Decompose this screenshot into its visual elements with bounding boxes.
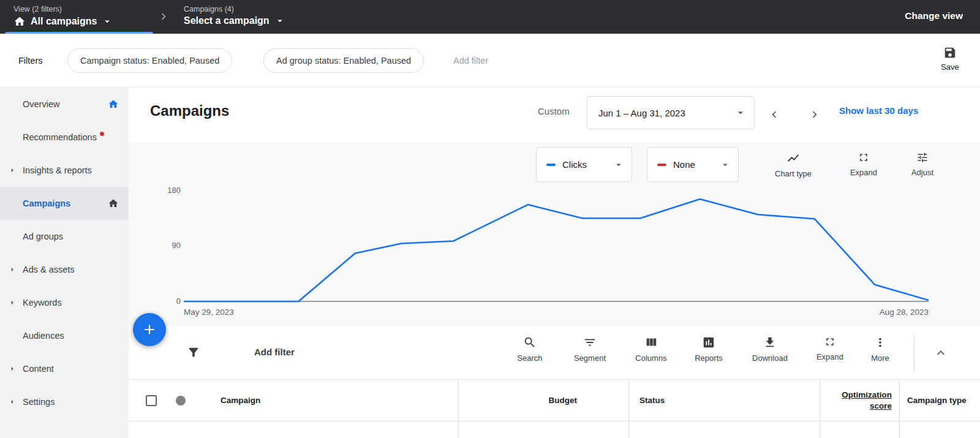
columns-icon [644,336,658,349]
more-button[interactable]: More [857,336,903,363]
column-label-budget: Budget [549,396,578,405]
download-label: Download [752,353,788,363]
column-header-status[interactable]: Status [628,380,820,421]
filter-funnel-icon[interactable] [187,345,200,359]
campaign-status-filter-chip[interactable]: Campaign status: Enabled, Paused [67,48,232,73]
sidebar-item-content[interactable]: Content [0,352,129,385]
chevron-right-icon [808,108,821,121]
x-axis-start-label: May 29, 2023 [184,308,234,317]
chevron-up-icon [933,345,948,360]
select-all-checkbox[interactable] [146,395,157,406]
segment-button[interactable]: Segment [567,336,613,363]
column-label-status: Status [639,396,665,405]
table-expand-button[interactable]: Expand [807,336,853,361]
table-header-row: Campaign Budget Status Optimization scor… [129,380,980,421]
sidebar-item-recommendations[interactable]: Recommendations [0,121,129,154]
view-selector-dropdown[interactable]: View (2 filters) All campaigns [13,0,113,34]
y-axis-tick: 0 [153,296,181,306]
y-axis-tick: 90 [153,241,181,250]
search-button[interactable]: Search [507,336,553,363]
chart-type-label: Chart type [775,169,812,178]
table-toolbar: Add filter Search Segment Columns Report… [129,326,980,380]
sidebar-item-label: Recommendations [23,132,97,142]
columns-button[interactable]: Columns [628,336,674,363]
filters-label: Filters [18,56,42,66]
expand-icon [824,336,836,348]
sidebar-item-settings[interactable]: Settings [0,385,129,418]
line-chart-icon [786,151,800,165]
sidebar-item-label: Overview [23,99,59,109]
toolbar-divider [914,334,914,371]
search-label: Search [517,353,542,363]
sidebar: Overview Recommendations Insights & repo… [0,88,129,438]
plus-icon [141,322,157,338]
status-dot-icon [176,396,186,406]
column-header-budget[interactable]: Budget [458,380,628,421]
reports-button[interactable]: Reports [685,336,732,363]
chevron-right-icon [7,165,17,175]
chevron-down-icon [274,15,285,26]
top-navigation-bar: View (2 filters) All campaigns Campaigns… [0,0,980,34]
breadcrumb-chevron-icon [157,10,170,23]
chevron-right-icon [7,364,17,374]
home-icon [13,15,26,28]
sidebar-item-label: Insights & reports [23,165,92,175]
sidebar-item-label: Settings [23,397,55,407]
sidebar-item-ads-assets[interactable]: Ads & assets [0,253,129,286]
y-axis-tick: 180 [153,186,181,195]
sidebar-item-label: Audiences [23,331,64,341]
column-header-campaign-type[interactable]: Campaign type [899,380,980,421]
add-filter-button[interactable]: Add filter [453,56,488,66]
sidebar-item-insights-reports[interactable]: Insights & reports [0,154,129,187]
previous-period-button[interactable] [763,104,785,126]
clicks-line-chart [184,184,929,303]
adjust-label: Adjust [911,168,933,177]
metric-1-color-dash [546,164,556,166]
add-campaign-fab[interactable] [133,313,166,346]
main-content: Campaigns Custom Jun 1 – Aug 31, 2023 Sh… [129,88,980,438]
chart-adjust-button[interactable]: Adjust [897,151,948,177]
more-label: More [871,353,889,363]
chevron-left-icon [767,108,781,121]
sidebar-item-label: Keywords [23,298,62,308]
sidebar-item-ad-groups[interactable]: Ad groups [0,220,129,253]
chevron-down-icon [720,159,731,170]
metric-2-value: None [673,159,695,170]
table-add-filter-button[interactable]: Add filter [254,347,295,357]
reports-icon [702,336,715,349]
ad-group-status-filter-chip[interactable]: Ad group status: Enabled, Paused [263,48,424,73]
sidebar-item-label: Campaigns [23,198,70,208]
columns-label: Columns [635,353,666,363]
notification-dot-icon [100,132,104,136]
date-range-picker[interactable]: Jun 1 – Aug 31, 2023 [587,96,755,129]
collapse-table-button[interactable] [931,343,951,363]
chart-type-button[interactable]: Chart type [767,151,819,178]
sidebar-item-keywords[interactable]: Keywords [0,286,129,319]
chevron-right-icon [7,298,17,308]
chart-expand-button[interactable]: Expand [838,151,889,177]
download-button[interactable]: Download [747,336,793,363]
sidebar-item-label: Ads & assets [23,265,75,274]
chevron-right-icon [7,397,17,407]
campaign-selector-dropdown[interactable]: Campaigns (4) Select a campaign [184,0,285,34]
column-label-campaign[interactable]: Campaign [221,396,260,405]
metric-2-dropdown[interactable]: None [647,147,739,182]
change-view-button[interactable]: Change view [905,10,963,21]
save-icon [943,46,957,59]
sliders-icon [916,151,929,164]
column-label-campaign-type: Campaign type [907,395,967,406]
table-expand-label: Expand [816,352,843,361]
chevron-down-icon [734,107,747,119]
sidebar-item-campaigns[interactable]: Campaigns [0,187,129,220]
column-header-optimization-score[interactable]: Optimization score [820,380,899,421]
expand-icon [858,151,870,164]
search-icon [523,336,537,349]
sidebar-item-audiences[interactable]: Audiences [0,319,129,352]
show-last-30-days-link[interactable]: Show last 30 days [839,105,918,116]
save-button[interactable]: Save [935,46,965,72]
sidebar-item-overview[interactable]: Overview [0,88,129,121]
save-label: Save [941,62,959,72]
metric-1-dropdown[interactable]: Clicks [536,147,632,182]
column-header-campaign: Campaign [129,380,458,421]
next-period-button[interactable] [804,104,826,126]
